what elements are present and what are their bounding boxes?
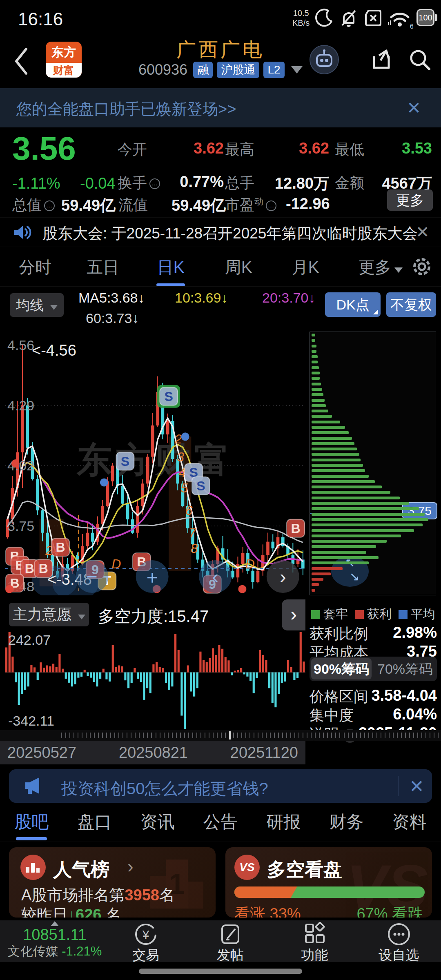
chart-tab-分时[interactable]: 分时 [16,256,55,286]
adjust-mode-button[interactable]: 不复权 [386,292,436,317]
quote-grid: 今开3.62最高3.62最低3.53换手…0.77%总手12.80万金额4567… [0,127,441,216]
nav-item-功能[interactable]: 功能 [272,920,357,962]
popularity-rank-card[interactable]: 1 人气榜 › A股市场排名第3958名 较昨日↓626 名 [9,847,216,918]
chip-bar [312,572,331,575]
ruler-tick [205,733,205,738]
stat-row: 获利比例2.98% [310,624,437,642]
subchart[interactable]: 242.07 -342.11 [5,632,305,729]
bull-label: 看涨 33% [234,904,301,918]
nav-item-交易[interactable]: ¥交易 [104,920,188,962]
subchart-bar [303,662,305,672]
indicator-bar: 均线 MA5:3.68↓ 10:3.69↓ 20:3.70↓ 60:3.73↓ … [0,287,441,331]
marquee-banner[interactable]: 投资科创50怎么才能更省钱? ✕ [9,769,432,803]
quote-label: 总值… [12,195,55,215]
marquee-close-icon[interactable]: ✕ [409,776,424,797]
ruler-tick [192,733,193,738]
rank-number: 3958 [125,886,159,904]
nav-item-设自选[interactable]: 设自选 [357,920,441,962]
notice-close-icon[interactable]: ✕ [416,223,430,241]
chart-tab-bar: 分时五日日K周K月K更多 [0,247,441,287]
triangle-down-icon [78,615,85,619]
more-button[interactable]: 更多 [387,189,433,211]
search-icon[interactable] [407,47,434,74]
ruler-tick [401,733,402,738]
nav-item-发帖[interactable]: 发帖 [188,920,273,962]
stat-value: 2.98% [393,624,437,641]
chart-tab-日K[interactable]: 日K [151,256,190,286]
vs-card-title: 多空看盘 [267,857,342,882]
info-icon[interactable]: … [44,200,55,211]
ma-selector-button[interactable]: 均线 [10,293,64,317]
chip-bar [312,513,425,516]
chip-bar [312,529,414,532]
chart-control-glyph: − [87,566,98,587]
chip-bar [312,431,349,434]
battery-icon: 100 [416,9,437,26]
date-axis: 20250527 20250821 20251120 [0,741,305,764]
chip-toggle-option-1[interactable]: 70%筹码 [375,658,435,679]
stock-badges: 融沪股通L2 [189,68,284,75]
section-tab-研报[interactable]: 研报 [263,807,304,842]
section-tab-资讯[interactable]: 资讯 [137,807,178,842]
moon-icon [314,7,335,29]
subchart-bar [43,668,45,672]
assistant-robot-icon[interactable] [310,45,339,74]
chip-bar [312,469,365,472]
down-arrow-icon: ↓ [68,906,76,918]
kline-chart[interactable]: 东方财富4.564.294.023.753.48<-4.56<-3.482423… [5,332,305,595]
chart-tab-周K[interactable]: 周K [219,256,258,286]
subchart-bar [206,662,208,672]
ruler-tick [339,733,340,738]
promo-close-icon[interactable]: ✕ [407,98,421,118]
ruler-tick [237,733,238,738]
axis-label: 4.29 [7,398,34,413]
chip-bar [312,350,316,353]
section-tab-公告[interactable]: 公告 [200,807,241,842]
subchart-bar [284,673,286,682]
ma10-value: 10:3.69↓ [175,290,228,306]
chart-tab-五日[interactable]: 五日 [83,256,122,286]
ruler-tick [114,733,115,738]
section-tab-股吧[interactable]: 股吧 [11,807,52,842]
expand-chart-icon[interactable]: ↖↘ [331,556,369,587]
index-widget[interactable]: 10851.11 文化传媒 -1.21% [6,920,104,962]
chevron-down-icon[interactable] [291,66,303,74]
info-icon[interactable]: … [266,200,276,211]
watermark: 东方财富 [76,440,234,479]
share-icon[interactable] [368,47,395,74]
quote-value: -12.96 [286,195,330,213]
quote-value: 12.80万 [235,173,329,194]
section-tab-bar: 股吧盘口资讯公告研报财务资料 [0,807,441,842]
chip-distribution-panel[interactable]: 3.75 ↖↘ [310,332,436,595]
ruler-tick [127,733,127,738]
subchart-bar [215,655,217,673]
bull-bear-card[interactable]: VS VS 多空看盘 看涨 33% 67% 看跌 [225,847,432,918]
promo-banner[interactable]: 您的全能盘口助手已焕新登场>> ✕ [0,88,441,127]
legend-swatch [311,610,320,619]
gear-icon[interactable] [409,254,434,279]
section-tab-资料[interactable]: 资料 [389,807,430,842]
section-tab-盘口[interactable]: 盘口 [74,807,115,842]
indicator-selector-button[interactable]: 主力意愿 [9,603,89,626]
chip-bar [312,361,318,363]
subchart-bar [218,645,220,672]
post-edit-icon [188,922,273,948]
subchart-bar [212,648,214,673]
chip-range-toggle[interactable]: 90%筹码70%筹码 [310,657,437,681]
candle [111,466,114,481]
home-indicator[interactable] [139,969,302,974]
subchart-expand-button[interactable]: › [282,599,305,630]
dk-point-button[interactable]: DK点 [325,292,381,317]
annotation-number: 8 [191,541,198,556]
section-tab-财务[interactable]: 财务 [326,807,367,842]
chart-tab-more[interactable]: 更多 [352,256,409,286]
range-scrollbar[interactable] [0,730,441,741]
rank-delta-line: 较昨日↓626 名 [21,904,121,918]
chip-legend: 套牢获利平均 [310,606,437,623]
subchart-bar [249,673,252,681]
notice-bar[interactable]: 股东大会: 于2025-11-28召开2025年第四次临时股东大会 ✕ [0,217,441,247]
speaker-icon [12,223,33,242]
chip-toggle-option-0[interactable]: 90%筹码 [311,658,372,679]
chart-tab-月K[interactable]: 月K [286,256,325,286]
ma-selector-label: 均线 [16,297,44,313]
